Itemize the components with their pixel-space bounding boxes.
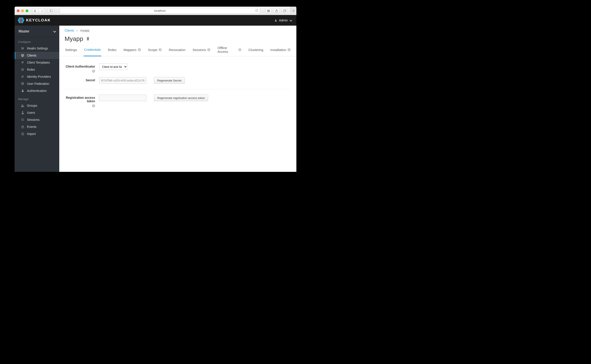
tab-label: Revocation: [169, 48, 185, 52]
breadcrumb-root[interactable]: Clients: [65, 29, 74, 32]
back-button[interactable]: [32, 8, 39, 13]
svg-point-26: [23, 105, 24, 106]
tab-settings[interactable]: Settings: [65, 46, 77, 56]
help-icon[interactable]: ?: [138, 48, 141, 51]
user-name: Admin: [279, 19, 288, 22]
tab-offline-access[interactable]: Offline Access?: [217, 46, 242, 56]
tabs-icon: [283, 9, 286, 12]
sidebar-item-realm-settings[interactable]: Realm Settings: [15, 45, 59, 52]
address-text: localhost: [154, 9, 165, 12]
tab-scope[interactable]: Scope?: [148, 46, 162, 56]
registration-token-input[interactable]: [99, 95, 146, 101]
address-bar[interactable]: localhost: [60, 8, 260, 14]
tab-label: Clustering: [248, 48, 263, 52]
tab-roles[interactable]: Roles: [107, 46, 117, 56]
tab-sessions[interactable]: Sessions?: [192, 46, 211, 56]
templates-icon: [21, 61, 24, 64]
cube-icon: [21, 54, 24, 57]
sidebar-item-identity-providers[interactable]: Identity Providers: [15, 73, 59, 80]
client-authenticator-select[interactable]: Client Id and Secret: [99, 63, 128, 70]
toolbar-right: [265, 8, 288, 13]
browser-titlebar: localhost: [15, 7, 296, 15]
chevron-down-icon: [53, 29, 55, 33]
sidebar-item-users[interactable]: Users: [15, 109, 59, 116]
sidebar-item-client-templates[interactable]: Client Templates: [15, 59, 59, 66]
help-icon[interactable]: ?: [288, 48, 291, 51]
tabs: Settings Credentials Roles Mappers? Scop…: [59, 43, 296, 56]
close-window-icon[interactable]: [17, 9, 20, 12]
share-icon: [275, 9, 278, 12]
realm-name: Master: [19, 29, 29, 33]
sidebar-item-label: Events: [27, 125, 36, 129]
section-label-manage: Manage: [15, 94, 59, 102]
sidebar-item-user-federation[interactable]: User Federation: [15, 80, 59, 87]
browser-window: localhost KEYC: [15, 7, 296, 172]
help-icon[interactable]: ?: [207, 48, 210, 51]
help-icon[interactable]: ?: [159, 48, 162, 51]
sidebar-item-label: Clients: [27, 54, 36, 57]
exchange-icon: [21, 75, 24, 78]
secret-input[interactable]: [99, 77, 146, 84]
secret-label: Secret: [86, 78, 95, 82]
sidebar-item-clients[interactable]: Clients: [15, 52, 59, 59]
sidebar-item-groups[interactable]: Groups: [15, 102, 59, 109]
help-icon[interactable]: ?: [92, 104, 95, 107]
sidebar: Master Configure Realm Settings Clients …: [15, 26, 59, 172]
sidebar-item-authentication[interactable]: Authentication: [15, 87, 59, 94]
maximize-window-icon[interactable]: [26, 9, 28, 12]
svg-point-10: [275, 20, 276, 20]
minimize-window-icon[interactable]: [21, 9, 24, 12]
download-icon: [267, 9, 270, 12]
registration-token-label: Registration access token: [65, 96, 95, 103]
brand-text: KEYCLOAK: [26, 18, 51, 23]
sidebar-item-events[interactable]: Events: [15, 123, 59, 130]
help-icon[interactable]: ?: [92, 70, 95, 73]
sidebar-item-label: Authentication: [27, 89, 47, 92]
downloads-button[interactable]: [265, 8, 272, 13]
tab-revocation[interactable]: Revocation: [168, 46, 186, 56]
chevron-right-icon: [41, 9, 43, 13]
tabs-button[interactable]: [281, 8, 288, 13]
lock-icon: [21, 89, 24, 92]
page-title: Myapp: [65, 35, 83, 42]
tab-label: Scope: [148, 48, 157, 52]
user-icon: [21, 111, 24, 114]
sliders-icon: [21, 47, 24, 50]
import-icon: [21, 132, 24, 136]
regenerate-registration-token-button[interactable]: Regenerate registration access token: [154, 95, 208, 101]
sidebar-item-sessions[interactable]: Sessions: [15, 116, 59, 123]
tab-clustering[interactable]: Clustering: [248, 46, 264, 56]
reload-button[interactable]: [255, 9, 258, 13]
brand[interactable]: KEYCLOAK: [18, 17, 51, 23]
svg-point-15: [22, 49, 23, 49]
sidebar-item-import[interactable]: Import: [15, 130, 59, 137]
tab-installation[interactable]: Installation?: [270, 46, 291, 56]
row-client-authenticator: Client Authenticator ? Client Id and Sec…: [65, 61, 291, 75]
svg-point-16: [23, 48, 24, 48]
help-icon[interactable]: ?: [238, 48, 241, 51]
svg-point-18: [23, 62, 24, 63]
sidebar-item-label: Roles: [27, 68, 35, 71]
calendar-icon: [21, 125, 24, 129]
sidebar-item-roles[interactable]: Roles: [15, 66, 59, 73]
new-tab-button[interactable]: [290, 7, 296, 15]
keycloak-logo-icon: [18, 17, 24, 23]
realm-selector[interactable]: Master: [15, 26, 59, 37]
page-title-row: Myapp: [59, 32, 296, 43]
forward-button[interactable]: [39, 8, 45, 13]
share-button[interactable]: [273, 8, 280, 13]
sidebar-item-label: Groups: [27, 104, 37, 107]
trash-icon: [86, 37, 90, 40]
tab-mappers[interactable]: Mappers?: [123, 46, 141, 56]
svg-point-25: [21, 104, 22, 105]
user-menu[interactable]: Admin: [275, 19, 291, 22]
breadcrumb-current: myapp: [80, 29, 89, 32]
sidebar-item-label: User Federation: [27, 82, 49, 85]
regenerate-secret-button[interactable]: Regenerate Secret: [154, 77, 185, 84]
chevron-down-icon: [289, 19, 291, 22]
svg-point-23: [21, 82, 23, 83]
tab-credentials[interactable]: Credentials: [84, 46, 101, 56]
sidebar-toggle-button[interactable]: [48, 8, 54, 13]
client-authenticator-label: Client Authenticator: [66, 65, 95, 68]
delete-button[interactable]: [86, 37, 90, 41]
